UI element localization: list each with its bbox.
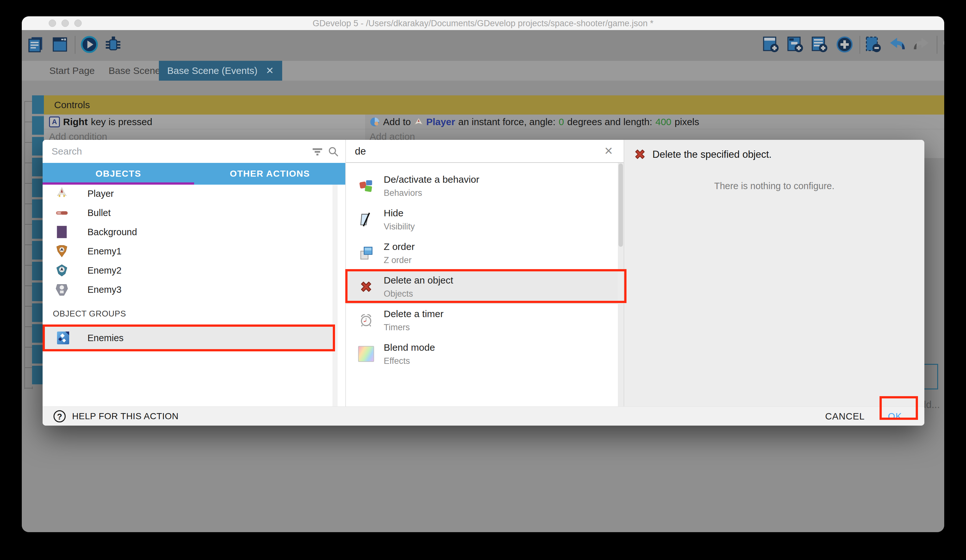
action-mid: an instant force, angle: [458,116,556,128]
enemy1-ship-icon [55,244,69,258]
add-event-icon[interactable] [762,35,780,54]
hide-icon [358,211,374,228]
action-category: Effects [384,356,410,366]
blend-mode-icon [358,346,374,362]
action-item-blend-mode[interactable]: Blend mode Effects [346,337,618,371]
action-mid2: degrees and length: [567,116,652,128]
delete-x-icon [632,147,647,162]
scrollbar-thumb[interactable] [618,164,623,247]
cancel-button[interactable]: CANCEL [825,407,865,426]
window-title: GDevelop 5 - /Users/dkarakay/Documents/G… [22,16,944,30]
object-search-field[interactable]: Search [43,140,345,163]
player-mini-icon [414,118,423,126]
action-item-hide[interactable]: Hide Visibility [346,203,618,237]
action-description: Delete the specified object. [652,149,772,160]
object-label: Bullet [87,203,111,223]
search-query: de [355,140,366,163]
force-icon [370,117,380,127]
condition-key: Right [63,116,88,128]
screenshot-stage: GDevelop 5 - /Users/dkarakay/Documents/G… [0,0,966,560]
search-icon[interactable] [941,35,944,54]
search-placeholder: Search [52,140,82,163]
tab-label: OTHER ACTIONS [230,169,310,179]
tab-label: Base Scene [108,65,161,76]
add-comment-icon[interactable] [810,35,829,54]
remove-event-icon[interactable] [864,35,882,54]
z-order-icon [358,245,374,261]
scene-editor-icon[interactable] [51,35,69,54]
background-icon [55,225,69,239]
add-circle-icon[interactable] [835,35,854,54]
event-group-header[interactable]: Controls [44,95,944,115]
action-add: Add to [383,116,411,128]
bullet-icon [55,206,69,220]
tab-start-page[interactable]: Start Page [41,61,103,81]
redo-icon[interactable] [912,35,931,54]
filter-icon[interactable] [312,146,323,157]
object-row-background[interactable]: Background [43,223,335,242]
object-row-enemy2[interactable]: Enemy2 [43,261,335,280]
help-button[interactable]: HELP FOR THIS ACTION [72,407,179,426]
action-title: Blend mode [384,342,435,353]
keyboard-key-icon: A [49,116,60,128]
action-title: Z order [384,241,415,252]
clipped-button-outline [923,364,938,390]
object-row-enemy1[interactable]: Enemy1 [43,242,335,261]
event-gutter [25,101,33,389]
event-condition[interactable]: A Right key is pressed [44,115,365,129]
play-icon[interactable] [80,35,99,54]
action-title: De/activate a behavior [384,174,480,185]
tab-other-actions[interactable]: OTHER ACTIONS [194,163,346,185]
object-label: Background [87,223,137,242]
action-config-panel: Delete the specified object. There is no… [624,140,924,406]
annotation-box-enemies [43,324,335,351]
action-category: Visibility [384,222,415,232]
action-search-field[interactable]: de × [346,140,624,163]
group-title: Controls [54,100,90,110]
objects-panel: Search OBJECTS OTHER ACTIONS Player Bul [43,140,346,406]
action-category: Z order [384,255,412,265]
undo-icon[interactable] [887,35,906,54]
help-icon[interactable]: ? [54,410,66,422]
condition-text: key is pressed [91,116,153,128]
timer-icon [358,312,374,328]
object-row-enemy3[interactable]: Enemy3 [43,280,335,299]
nothing-to-configure-text: There is nothing to configure. [624,181,924,192]
tab-label: OBJECTS [95,169,141,179]
object-label: Player [87,184,114,203]
annotation-box-delete-object [345,269,626,303]
object-row-player[interactable]: Player [43,184,335,203]
action-item-delete-timer[interactable]: Delete a timer Timers [346,304,618,337]
titlebar: GDevelop 5 - /Users/dkarakay/Documents/G… [22,16,944,30]
object-label: Enemy3 [87,280,122,299]
object-groups-header: OBJECT GROUPS [53,309,126,319]
action-item-deactivate-behavior[interactable]: De/activate a behavior Behaviors [346,170,618,203]
scrollbar[interactable] [332,185,338,406]
event-handles [32,95,44,386]
enemy3-ship-icon [55,283,69,296]
debug-icon[interactable] [104,35,122,54]
action-title: Hide [384,208,404,219]
object-label: Enemy1 [87,242,122,261]
clear-search-icon[interactable]: × [605,140,613,163]
object-label: Enemy2 [87,261,122,280]
main-toolbar [22,30,944,61]
object-row-bullet[interactable]: Bullet [43,203,335,223]
player-ship-icon [55,187,69,201]
action-item-z-order[interactable]: Z order Z order [346,237,618,270]
tab-label: Start Page [49,65,95,76]
dialog-footer: ? HELP FOR THIS ACTION CANCEL OK [43,406,924,426]
events-sheet-icon[interactable] [26,35,45,54]
tab-objects[interactable]: OBJECTS [43,163,194,185]
behavior-icon [358,178,374,194]
action-category: Timers [384,323,410,332]
add-subevent-icon[interactable] [786,35,805,54]
enemy2-ship-icon [55,264,69,277]
toolbar-divider [75,36,76,54]
search-icon[interactable] [328,146,339,157]
close-tab-icon[interactable]: ✕ [266,66,274,75]
annotation-box-ok [879,396,918,420]
object-panel-tabs: OBJECTS OTHER ACTIONS [43,163,345,185]
tab-base-scene-events[interactable]: Base Scene (Events) ✕ [159,61,282,81]
event-action[interactable]: Add to Player an instant force, angle: 0… [365,115,944,129]
